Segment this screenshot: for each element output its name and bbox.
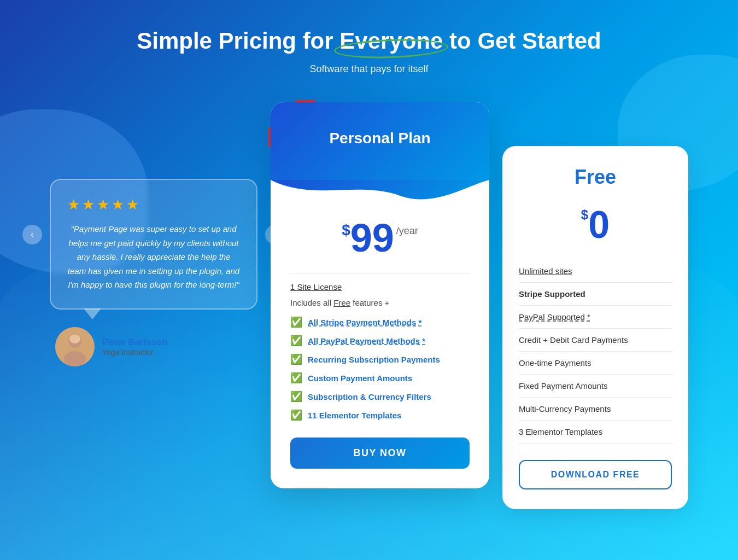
download-free-button[interactable]: DOWNLOAD FREE — [519, 460, 672, 489]
personal-feature-item: ✅Custom Payment Amounts — [290, 372, 470, 384]
author-name: Peter Bartesch — [102, 337, 168, 348]
check-icon: ✅ — [290, 335, 302, 347]
star-3: ★ — [97, 196, 109, 213]
testimonial-card: ★ ★ ★ ★ ★ "Payment Page was super easy t… — [50, 179, 257, 310]
personal-features-list: ✅All Stripe Payment Methods *✅All PayPal… — [290, 316, 470, 421]
personal-plan-header: Personal Plan — [271, 102, 489, 180]
avatar — [55, 327, 95, 366]
price-period: /year — [396, 226, 418, 236]
free-feature-item: Stripe Supported — [519, 283, 672, 306]
free-feature-item: PayPal Supported * — [519, 306, 672, 329]
free-dollar-sign: $ — [581, 207, 588, 223]
free-feature-item: Credit + Debit Card Payments — [519, 329, 672, 352]
wave-divider — [271, 180, 489, 202]
star-4: ★ — [112, 196, 124, 213]
includes-free-label: Free — [333, 298, 350, 307]
feature-text: All PayPal Payment Methods * — [308, 336, 425, 346]
title-part2: to Get Started — [443, 28, 601, 54]
check-icon: ✅ — [290, 390, 302, 402]
price-display: $ 99 /year — [290, 218, 470, 258]
check-icon: ✅ — [290, 353, 302, 365]
check-icon: ✅ — [290, 372, 302, 384]
testimonial-section: ‹ ★ ★ ★ ★ ★ "Payment Page was super easy… — [50, 102, 257, 366]
free-feature-item: 3 Elementor Templates — [519, 421, 672, 444]
buy-now-button[interactable]: BUY NOW — [290, 438, 470, 469]
pricing-layout: ‹ ★ ★ ★ ★ ★ "Payment Page was super easy… — [22, 102, 716, 509]
title-highlight: Everyone — [339, 27, 443, 55]
free-feature-item: Unlimited sites — [519, 260, 672, 283]
price-amount: 99 — [350, 218, 394, 258]
free-feature-item: Fixed Payment Amounts — [519, 375, 672, 398]
avatar-image — [55, 327, 95, 366]
author-info: Peter Bartesch Yoga Instructor — [102, 337, 168, 357]
feature-text: All Stripe Payment Methods * — [308, 318, 421, 327]
check-icon: ✅ — [290, 409, 302, 421]
star-5: ★ — [126, 196, 139, 213]
star-1: ★ — [67, 196, 80, 213]
feature-text: 11 Elementor Templates — [308, 411, 401, 420]
free-feature-item: One-time Payments — [519, 352, 672, 375]
personal-feature-item: ✅All Stripe Payment Methods * — [290, 316, 470, 328]
personal-plan-title: Personal Plan — [287, 130, 473, 147]
star-rating: ★ ★ ★ ★ ★ — [67, 196, 240, 213]
personal-feature-item: ✅All PayPal Payment Methods * — [290, 335, 470, 347]
free-feature-item: Multi-Currency Payments — [519, 398, 672, 421]
svg-point-3 — [69, 335, 80, 343]
free-amount: 0 — [588, 203, 610, 247]
free-plan-title: Free — [519, 166, 672, 189]
svg-point-2 — [64, 351, 86, 366]
page-title: Simple Pricing for Everyone to Get Start… — [22, 27, 716, 55]
personal-feature-item: ✅Subscription & Currency Filters — [290, 390, 470, 402]
testimonial-prev-button[interactable]: ‹ — [22, 225, 42, 244]
includes-text: Includes all Free features + — [290, 298, 470, 307]
page-header: Simple Pricing for Everyone to Get Start… — [22, 27, 716, 75]
price-dollar-sign: $ — [342, 223, 350, 238]
free-price-display: $ 0 — [519, 203, 672, 247]
title-part1: Simple Pricing for — [137, 28, 339, 54]
free-plan-card: Free $ 0 Unlimited sitesStripe Supported… — [502, 146, 688, 509]
free-features-list: Unlimited sitesStripe SupportedPayPal Su… — [519, 260, 672, 444]
check-icon: ✅ — [290, 316, 302, 328]
includes-prefix: Includes all — [290, 298, 333, 307]
free-price-section: $ 0 — [519, 194, 672, 260]
feature-text: Custom Payment Amounts — [308, 374, 412, 383]
site-license-label: 1 Site License — [290, 282, 470, 291]
personal-feature-item: ✅11 Elementor Templates — [290, 409, 470, 421]
personal-feature-item: ✅Recurring Subscription Payments — [290, 353, 470, 365]
price-divider — [290, 273, 470, 273]
price-section: $ 99 /year — [290, 213, 470, 271]
testimonial-author: Peter Bartesch Yoga Instructor — [50, 327, 257, 366]
page-subtitle: Software that pays for itself — [22, 63, 716, 75]
personal-plan-card: ALL-IN-ONE Personal Plan $ 99 /year — [271, 102, 489, 488]
feature-text: Subscription & Currency Filters — [308, 392, 431, 401]
feature-text: Recurring Subscription Payments — [308, 355, 440, 364]
author-job-title: Yoga Instructor — [102, 348, 168, 357]
star-2: ★ — [82, 196, 95, 213]
personal-plan-body: $ 99 /year 1 Site License Includes all F… — [271, 202, 489, 488]
testimonial-quote: "Payment Page was super easy to set up a… — [67, 222, 240, 292]
includes-suffix: features + — [350, 298, 389, 307]
